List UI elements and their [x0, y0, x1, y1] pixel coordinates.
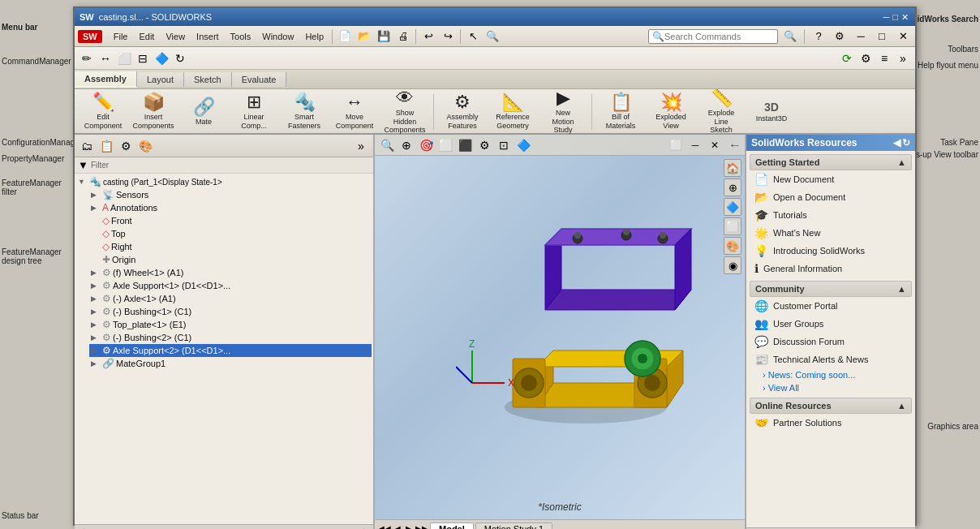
- tab-model[interactable]: Model: [430, 523, 474, 530]
- tp-section-header-online[interactable]: Online Resources ▲: [750, 398, 912, 414]
- menu-item-help[interactable]: Help: [300, 30, 329, 43]
- fm-btn-expand[interactable]: »: [352, 137, 370, 155]
- fm-btn-tree[interactable]: 🗂: [78, 137, 96, 155]
- tree-item-origin[interactable]: ✚ Origin: [89, 253, 372, 266]
- close-btn[interactable]: ✕: [901, 12, 909, 23]
- btn-explode-line[interactable]: 📏 ExplodeLineSketch: [698, 92, 745, 132]
- tp-refresh-btn[interactable]: ↻: [902, 137, 910, 148]
- tb-view[interactable]: 🔷: [153, 49, 170, 67]
- tb-rebuild[interactable]: ⟳: [838, 49, 856, 67]
- tab-motion-study[interactable]: Motion Study 1: [475, 523, 552, 530]
- tp-open-document[interactable]: 📂 Open a Document: [750, 188, 912, 206]
- menu-item-edit[interactable]: Edit: [134, 30, 159, 43]
- tb-section[interactable]: ⊟: [134, 49, 152, 67]
- btn-mate[interactable]: 🔗 Mate: [180, 92, 227, 132]
- zoom-btn[interactable]: 🔍: [484, 28, 501, 45]
- btn-insert-components[interactable]: 📦 InsertComponents: [130, 92, 177, 132]
- menu-item-insert[interactable]: Insert: [191, 30, 224, 43]
- nav-left-btn[interactable]: ◀: [394, 524, 401, 529]
- open-btn[interactable]: 📂: [355, 28, 373, 45]
- search-input[interactable]: [664, 32, 770, 41]
- minimize-btn[interactable]: ─: [883, 12, 890, 22]
- tb-smart-dim[interactable]: ↔: [97, 49, 114, 67]
- nav-last-btn[interactable]: ▶▶: [415, 524, 428, 529]
- tp-discussion-forum[interactable]: 💬 Discussion Forum: [750, 333, 912, 351]
- undo-btn[interactable]: ↩: [419, 28, 437, 45]
- tab-layout[interactable]: Layout: [137, 72, 184, 87]
- tp-introducing-sw[interactable]: 💡 Introducing SolidWorks: [750, 242, 912, 260]
- tp-general-info[interactable]: ℹ General Information: [750, 260, 912, 277]
- help-btn[interactable]: ?: [810, 28, 827, 45]
- options-btn[interactable]: ⚙: [831, 28, 849, 45]
- menu-item-view[interactable]: View: [161, 30, 190, 43]
- appearances-btn[interactable]: ◉: [724, 256, 741, 274]
- tree-item-root[interactable]: ▼ 🔩 casting (Part_1<Display State-1>: [76, 175, 372, 188]
- 3d-pointer-btn[interactable]: 🔷: [724, 198, 741, 216]
- tree-item-right[interactable]: ◇ Right: [89, 240, 372, 253]
- search-button[interactable]: 🔍: [781, 28, 799, 45]
- tree-item-sensors[interactable]: ▶ 📡 Sensors: [89, 188, 372, 201]
- view-selector-btn[interactable]: ⬜: [724, 217, 741, 235]
- tree-item-front[interactable]: ◇ Front: [89, 214, 372, 227]
- tree-item-mategroup1[interactable]: ▶ 🔗 MateGroup1: [89, 357, 372, 370]
- menu-item-file[interactable]: File: [109, 30, 133, 43]
- tree-item-axle-support2[interactable]: ▶ ⚙ Axle Support<2> (D1<<D1>...: [89, 344, 372, 357]
- tb-display[interactable]: ⬜: [115, 49, 133, 67]
- tp-partner-solutions[interactable]: 🤝 Partner Solutions: [750, 414, 912, 432]
- tree-item-wheel[interactable]: ▶ ⚙ (f) Wheel<1> (A1): [89, 266, 372, 279]
- tb-options2[interactable]: ⚙: [857, 49, 875, 67]
- tab-assembly[interactable]: Assembly: [75, 71, 137, 88]
- restore-graphics-btn[interactable]: ─: [686, 136, 704, 154]
- minimize-toolbar[interactable]: ─: [852, 28, 870, 45]
- nav-prev-btn[interactable]: ◀◀: [378, 524, 391, 529]
- menu-item-window[interactable]: Window: [257, 30, 299, 43]
- btn-show-hidden[interactable]: 👁 ShowHiddenComponents: [381, 92, 428, 132]
- btn-move-component[interactable]: ↔ MoveComponent: [331, 92, 378, 132]
- btn-linear-comp[interactable]: ⊞ LinearComp...: [230, 92, 277, 132]
- close-toolbar[interactable]: ✕: [894, 28, 912, 45]
- section-view-btn[interactable]: ⊡: [495, 136, 513, 154]
- btn-instant3d[interactable]: 3D Instant3D: [748, 92, 795, 132]
- tp-section-header-community[interactable]: Community ▲: [750, 281, 912, 297]
- tp-section-header-getting-started[interactable]: Getting Started ▲: [750, 154, 912, 170]
- fm-btn-config[interactable]: ⚙: [117, 137, 135, 155]
- nav-right-btn[interactable]: ▶: [406, 524, 412, 529]
- btn-new-motion-study[interactable]: ▶ NewMotionStudy: [539, 92, 587, 132]
- fm-btn-display[interactable]: 🎨: [136, 137, 154, 155]
- zoom-fit-btn[interactable]: 🔍: [378, 136, 396, 154]
- btn-bill-of-materials[interactable]: 📋 Bill ofMaterials: [597, 92, 644, 132]
- maximize-btn[interactable]: □: [892, 12, 898, 22]
- tp-news-link[interactable]: › News: Coming soon...: [750, 368, 912, 381]
- tree-item-top[interactable]: ◇ Top: [89, 227, 372, 240]
- print-btn[interactable]: 🖨: [394, 28, 412, 45]
- tb-more[interactable]: »: [894, 49, 912, 67]
- home-view-btn[interactable]: 🏠: [724, 159, 741, 177]
- btn-edit-component[interactable]: ✏️ EditComponent: [80, 92, 127, 132]
- tree-item-axle-support1[interactable]: ▶ ⚙ Axle Support<1> (D1<<D1>...: [89, 279, 372, 292]
- tp-user-groups[interactable]: 👥 User Groups: [750, 315, 912, 333]
- display-style-btn[interactable]: ⬜: [436, 136, 454, 154]
- tp-customer-portal[interactable]: 🌐 Customer Portal: [750, 297, 912, 315]
- fm-btn-properties[interactable]: 📋: [97, 137, 115, 155]
- close-graphics-btn[interactable]: ⬜: [667, 136, 685, 154]
- tb-sketch[interactable]: ✏: [78, 49, 96, 67]
- btn-exploded-view[interactable]: 💥 ExplodedView: [647, 92, 694, 132]
- save-btn[interactable]: 💾: [375, 28, 393, 45]
- hide-show-btn[interactable]: ⬛: [456, 136, 474, 154]
- graphics-viewport[interactable]: X Z Y 🏠 ⊕ 🔷 ⬜ 🎨 ◉ *Isometric: [375, 156, 745, 519]
- btn-assembly-features[interactable]: ⚙ AssemblyFeatures: [439, 92, 486, 132]
- tree-item-top-plate[interactable]: ▶ ⚙ Top_plate<1> (E1): [89, 318, 372, 331]
- btn-smart-fasteners[interactable]: 🔩 SmartFasteners: [281, 92, 328, 132]
- tree-item-axle1[interactable]: ▶ ⚙ (-) Axle<1> (A1): [89, 292, 372, 305]
- render-tools-btn[interactable]: 🎨: [724, 237, 741, 255]
- view-settings-btn[interactable]: ⚙: [475, 136, 493, 154]
- tree-item-annotations[interactable]: ▶ A Annotations: [89, 201, 372, 214]
- tp-view-all-link[interactable]: › View All: [750, 381, 912, 394]
- tab-sketch[interactable]: Sketch: [184, 72, 232, 87]
- tb-rotate[interactable]: ↻: [171, 49, 189, 67]
- zoom-prev-btn[interactable]: ⊕: [724, 178, 741, 196]
- select-btn[interactable]: ↖: [464, 28, 482, 45]
- tb-extras[interactable]: ≡: [875, 49, 893, 67]
- view-orient-btn[interactable]: 🎯: [417, 136, 435, 154]
- menu-item-tools[interactable]: Tools: [226, 30, 256, 43]
